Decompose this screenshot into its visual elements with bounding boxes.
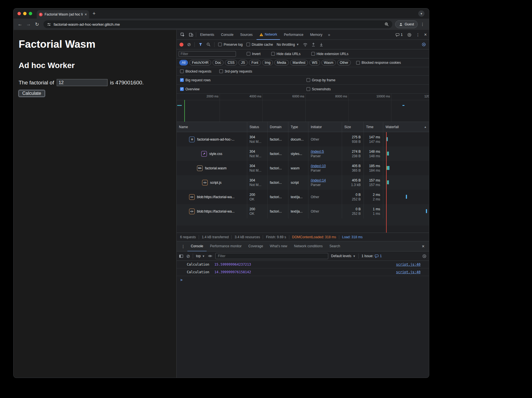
tab-console[interactable]: Console (218, 30, 236, 40)
device-toolbar-icon[interactable] (187, 32, 195, 37)
factorial-input[interactable] (57, 79, 108, 86)
network-settings-icon[interactable] (421, 42, 426, 47)
console-sidebar-icon[interactable] (179, 254, 183, 258)
drawer-close-icon[interactable]: × (422, 244, 427, 249)
search-network-icon[interactable] (206, 42, 211, 47)
column-header-name[interactable]: Name (177, 122, 247, 132)
filter-pill-other[interactable]: Other (337, 60, 351, 65)
record-network-log-button[interactable] (179, 43, 183, 47)
initiator-link[interactable]: (index):5 (311, 150, 340, 154)
zoom-icon[interactable] (384, 22, 389, 27)
drawer-tab-performance-monitor[interactable]: Performance monitor (207, 241, 245, 252)
new-tab-button[interactable]: + (93, 11, 96, 17)
invert-checkbox[interactable]: Invert (247, 52, 260, 56)
console-settings-icon[interactable] (422, 254, 427, 259)
minimize-window-button[interactable] (23, 12, 27, 15)
blocked-response-cookies-checkbox[interactable]: Blocked response cookies (356, 61, 401, 65)
clear-network-log-icon[interactable]: ⊘ (187, 42, 191, 47)
source-link[interactable]: script.js:40 (396, 263, 421, 266)
filter-toggle-icon[interactable] (198, 43, 203, 47)
throttling-dropdown[interactable]: No throttling▼ (277, 43, 299, 47)
column-header-waterfall[interactable]: Waterfall ▲ (383, 122, 429, 132)
tab-network[interactable]: Network (257, 30, 280, 40)
eye-icon[interactable] (208, 254, 213, 258)
zoom-window-button[interactable] (29, 12, 32, 15)
table-row[interactable]: style.css 304Not M... factori... styles.… (177, 146, 429, 161)
initiator-link[interactable]: (index):14 (311, 178, 340, 182)
tab-search-button[interactable]: ▾ (418, 10, 424, 17)
back-button[interactable]: ← (16, 21, 24, 28)
column-header-time[interactable]: Time (364, 122, 383, 132)
tab-sources[interactable]: Sources (237, 30, 255, 40)
drawer-tab-search[interactable]: Search (326, 241, 343, 252)
drawer-tab-whats-new[interactable]: What's new (266, 241, 291, 252)
blocked-requests-checkbox[interactable]: Blocked requests (180, 69, 211, 73)
column-header-initiator[interactable]: Initiator (308, 122, 342, 132)
filter-pill-all[interactable]: All (179, 60, 188, 65)
network-conditions-icon[interactable] (303, 42, 308, 47)
console-prompt[interactable]: > (177, 276, 429, 283)
devtools-settings-icon[interactable] (407, 32, 412, 37)
screenshots-checkbox[interactable]: Screenshots (306, 87, 331, 91)
filter-pill-manifest[interactable]: Manifest (290, 60, 308, 65)
filter-pill-wasm[interactable]: Wasm (321, 60, 336, 65)
close-window-button[interactable] (17, 12, 21, 15)
table-row[interactable]: script.js 304Not M... factori... script … (177, 175, 429, 190)
filter-pill-font[interactable]: Font (249, 60, 261, 65)
filter-pill-media[interactable]: Media (274, 60, 289, 65)
tab-memory[interactable]: Memory (307, 30, 325, 40)
browser-menu-button[interactable]: ⋮ (419, 21, 426, 28)
tab-close-icon[interactable]: × (85, 12, 87, 17)
import-har-icon[interactable] (311, 42, 316, 47)
big-request-rows-checkbox[interactable]: Big request rows (180, 78, 211, 82)
column-header-type[interactable]: Type (288, 122, 308, 132)
overview-checkbox[interactable]: Overview (180, 87, 200, 91)
preserve-log-checkbox[interactable]: Preserve log (218, 43, 242, 47)
console-issues-counter[interactable]: 1 Issue: 1 (362, 254, 382, 258)
table-row[interactable]: blob:https://factorial-wa... 200OK facto… (177, 190, 429, 204)
column-header-size[interactable]: Size (342, 122, 364, 132)
disable-cache-checkbox[interactable]: Disable cache (246, 43, 273, 47)
console-empty-area[interactable] (177, 283, 429, 378)
export-har-icon[interactable] (319, 42, 323, 47)
url-bar[interactable]: factorial-wasm-ad-hoc-worker.glitch.me (43, 20, 392, 28)
console-filter-input[interactable] (215, 253, 328, 259)
network-overview-timeline[interactable]: 2000 ms 4000 ms 6000 ms 8000 ms 10000 ms… (177, 94, 429, 122)
source-link[interactable]: script.js:40 (396, 270, 421, 274)
column-header-status[interactable]: Status (247, 122, 268, 132)
drawer-menu-icon[interactable]: ⋮ (179, 244, 187, 249)
column-header-domain[interactable]: Domain (268, 122, 288, 132)
hide-data-urls-checkbox[interactable]: Hide data URLs (271, 52, 301, 56)
table-row[interactable]: factorial.wasm 304Not M... factori... wa… (177, 161, 429, 175)
filter-pill-js[interactable]: JS (238, 60, 248, 65)
console-levels-dropdown[interactable]: Default levels▼ (331, 254, 356, 258)
hide-extension-urls-checkbox[interactable]: Hide extension URLs (311, 52, 349, 56)
more-tabs-icon[interactable]: » (326, 32, 332, 37)
drawer-tab-console[interactable]: Console (187, 241, 207, 252)
tab-elements[interactable]: Elements (197, 30, 217, 40)
devtools-close-icon[interactable]: × (424, 32, 427, 37)
inspect-element-icon[interactable] (179, 32, 186, 37)
drawer-tab-network-conditions[interactable]: Network conditions (291, 241, 326, 252)
filter-pill-doc[interactable]: Doc (213, 60, 224, 65)
browser-tab[interactable]: ! Factorial Wasm (ad hoc Work × (37, 10, 89, 19)
third-party-requests-checkbox[interactable]: 3rd-party requests (219, 69, 252, 73)
group-by-frame-checkbox[interactable]: Group by frame (306, 78, 335, 82)
site-settings-icon[interactable] (47, 22, 51, 27)
network-filter-input[interactable] (179, 51, 236, 57)
filter-pill-fetch-xhr[interactable]: Fetch/XHR (189, 60, 211, 65)
clear-console-icon[interactable]: ⊘ (186, 253, 190, 259)
tab-performance[interactable]: Performance (281, 30, 306, 40)
table-row[interactable]: blob:https://factorial-wa... 200OK facto… (177, 204, 429, 218)
profile-button[interactable]: Guest (395, 20, 418, 28)
filter-pill-css[interactable]: CSS (225, 60, 237, 65)
filter-pill-ws[interactable]: WS (309, 60, 320, 65)
devtools-menu-icon[interactable]: ⋮ (416, 32, 420, 37)
table-row[interactable]: factorial-wasm-ad-hoc-... 304Not M... fa… (177, 132, 429, 146)
filter-pill-img[interactable]: Img (262, 60, 273, 65)
calculate-button[interactable]: Calculate (19, 90, 45, 97)
drawer-tab-coverage[interactable]: Coverage (245, 241, 266, 252)
reload-button[interactable]: ↻ (33, 21, 41, 28)
issues-counter[interactable]: 1 (395, 33, 403, 37)
initiator-link[interactable]: (index):10 (311, 164, 340, 168)
